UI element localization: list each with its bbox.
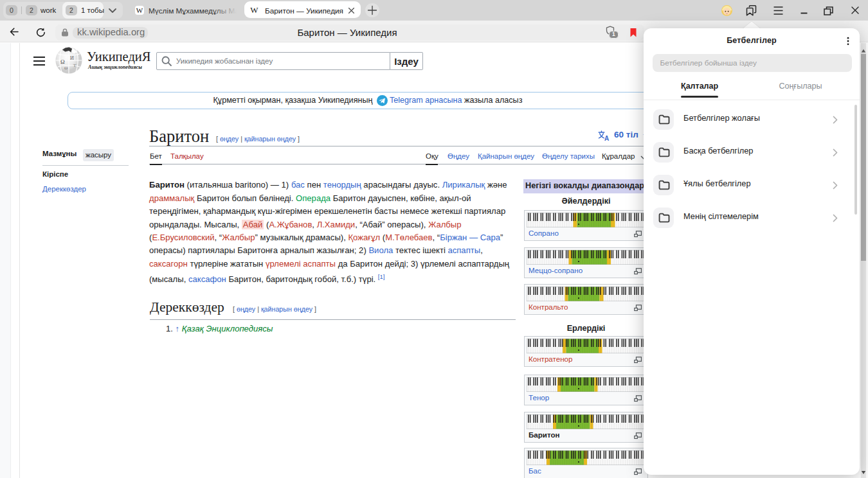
svg-text:Т: Т — [73, 63, 77, 68]
svg-text:A: A — [604, 135, 609, 141]
svg-text:И: И — [70, 55, 74, 61]
svg-text:ω: ω — [64, 65, 68, 71]
svg-text:Ω: Ω — [60, 58, 65, 65]
